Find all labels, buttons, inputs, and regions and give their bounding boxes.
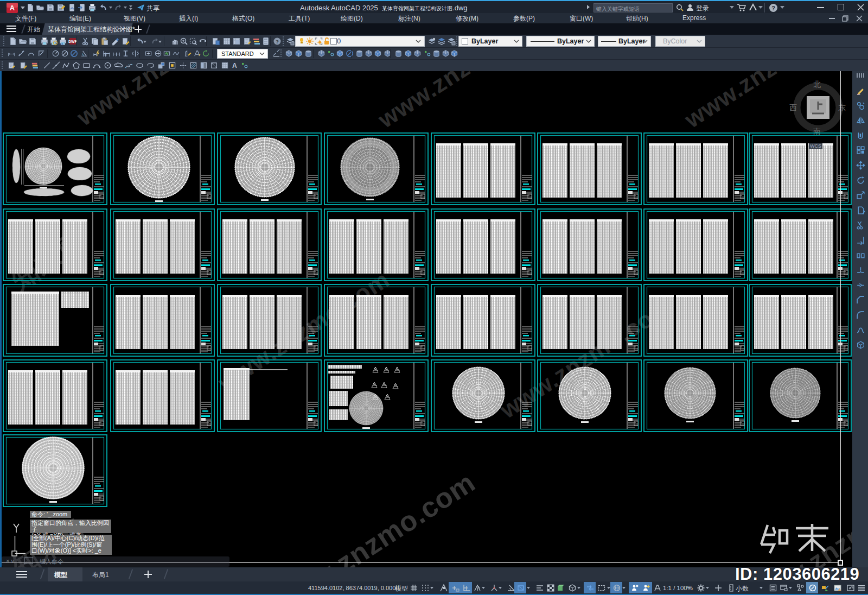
- svg-text:?: ?: [276, 39, 279, 45]
- svg-text:A: A: [10, 4, 15, 12]
- svg-text:A: A: [232, 62, 237, 69]
- svg-text:?: ?: [771, 5, 775, 11]
